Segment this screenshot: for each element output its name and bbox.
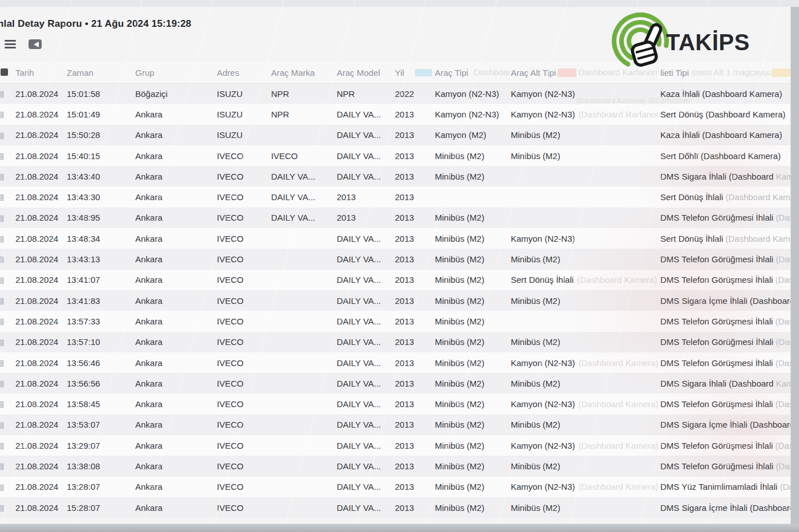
cell-arac-model: DAILY VA... — [337, 109, 395, 119]
ileti-tipi-light-text: (Dashboard Kamera) — [773, 441, 790, 450]
col-zaman: Zaman — [67, 68, 135, 78]
ileti-tipi-value: DMS Telefon Görüşmesi İhlali — [660, 316, 773, 326]
cell-yil: 2013 — [395, 420, 435, 429]
alt-tipi-value: Kamyon (N2-N3) — [511, 89, 575, 99]
cell-arac-alt-tipi: Minibüs (M2) — [511, 337, 660, 347]
alt-tipi-value: Minibüs (M2) — [511, 461, 560, 471]
document-icon: ▤ — [0, 441, 5, 449]
cell-grup: Ankara — [135, 275, 217, 285]
document-icon: ▤ — [0, 110, 5, 118]
document-icon: ▤ — [0, 400, 5, 408]
cell-grup: Ankara — [135, 337, 217, 347]
document-icon: ▤ — [0, 214, 5, 222]
cell-grup: Ankara — [135, 151, 217, 161]
cell-arac-alt-tipi: Minibüs (M2) — [511, 296, 660, 306]
cell-zaman: 13:43:13 — [67, 254, 135, 264]
cell-ileti-tipi: Kaza İhlali (Dashboard Kamera) — [660, 130, 790, 140]
cell-zaman: 13:29:07 — [67, 441, 135, 450]
cell-zaman: 15:50:28 — [67, 130, 135, 140]
cell-zaman: 13:41:83 — [67, 296, 135, 306]
cell-adres: ISUZU — [217, 130, 271, 140]
alt-tipi-ghost-text — [560, 130, 564, 140]
table-row[interactable]: ▤ 21.08.2024 13:56:46 Ankara IVECO DAILY… — [0, 352, 790, 373]
cell-arac-alt-tipi: Minibüs (M2) — [511, 503, 660, 513]
cell-grup: Ankara — [135, 192, 217, 202]
alt-tipi-ghost-text — [560, 420, 564, 429]
document-icon: ▤ — [0, 131, 5, 139]
select-all-checkbox[interactable] — [1, 68, 8, 76]
table-row[interactable]: ▤ 21.08.2024 13:58:45 Ankara IVECO DAILY… — [0, 393, 790, 414]
table-row[interactable]: ▤ 21.08.2024 15:40:15 Ankara IVECO IVECO… — [0, 145, 790, 166]
cell-arac-alt-tipi: Minibüs (M2) — [511, 420, 660, 429]
table-row[interactable]: ▤ 21.08.2024 13:43:40 Ankara IVECO DAILY… — [0, 166, 790, 186]
table-row[interactable]: ▤ 21.08.2024 13:57:10 Ankara IVECO DAILY… — [0, 332, 790, 352]
table-row[interactable]: ▤ 21.08.2024 15:01:49 Ankara ISUZU NPR D… — [0, 104, 790, 124]
row-icon-cell: ▤ — [0, 415, 15, 435]
row-icon-cell: ▤ — [0, 145, 15, 166]
cell-arac-alt-tipi: Kamyon (N2-N3)(Dashboard Kamera) — [511, 441, 660, 450]
cell-arac-alt-tipi: Kamyon (N2-N3) — [511, 234, 660, 243]
table-row[interactable]: ▤ 21.08.2024 13:29:07 Ankara IVECO DAILY… — [0, 435, 790, 456]
alt-tipi-value: Minibüs (M2) — [511, 337, 560, 347]
cell-arac-model: DAILY VA... — [337, 503, 395, 513]
cell-arac-tipi: Minibüs (M2) — [435, 482, 511, 492]
table-row[interactable]: ▤ 21.08.2024 13:43:30 Ankara IVECO DAILY… — [0, 186, 790, 207]
cell-tarih: 21.08.2024 — [15, 441, 67, 450]
cell-arac-model: DAILY VA... — [337, 337, 395, 347]
menu-icon[interactable] — [5, 40, 16, 48]
cell-arac-model: DAILY VA... — [337, 234, 395, 243]
cell-zaman: 13:48:34 — [67, 234, 135, 243]
col-adres: Adres — [217, 68, 271, 78]
cell-ileti-tipi: DMS Yüz Tanimlimamladi İhlali (Das — [660, 482, 790, 492]
ileti-tipi-light-text: (Dashboard Kamera) — [773, 461, 790, 471]
cell-zaman: 13:43:40 — [67, 172, 135, 181]
cell-adres: IVECO — [217, 172, 271, 181]
ileti-tipi-value: DMS Telefon Görüşmesi İhlali — [660, 275, 773, 285]
cell-yil: 2013 — [395, 296, 435, 306]
table-row[interactable]: ▤ 21.08.2024 15:50:28 Ankara ISUZU DAILY… — [0, 125, 790, 145]
cell-yil: 2013 — [395, 109, 435, 119]
cell-grup: Ankara — [135, 172, 217, 181]
cell-arac-tipi: Minibüs (M2) — [435, 461, 511, 471]
document-icon: ▤ — [0, 276, 5, 284]
table-row[interactable]: ▤ 21.08.2024 13:53:07 Ankara IVECO DAILY… — [0, 415, 790, 435]
table-row[interactable]: ▤ 21.08.2024 13:43:13 Ankara IVECO DAILY… — [0, 249, 790, 269]
alt-tipi-ghost-text: (Dashboard Kamera) — [575, 482, 659, 492]
ileti-tipi-value: Sert Dönüş İhlali — [660, 192, 723, 202]
table-row[interactable]: ▤ 21.08.2024 13:48:95 Ankara IVECO DAILY… — [0, 208, 790, 228]
table-row[interactable]: ▤ 21.08.2024 13:38:08 Ankara IVECO DAILY… — [0, 456, 790, 476]
cell-ileti-tipi: DMS Sigara İhlali (Dashboard Kamera) — [660, 172, 790, 181]
table-row[interactable]: ▤ 21.08.2024 13:48:34 Ankara IVECO DAILY… — [0, 228, 790, 249]
alt-tipi-value: Kamyon (N2-N3) — [511, 482, 575, 492]
table-row[interactable]: ▤ 21.08.2024 13:57:33 Ankara IVECO DAILY… — [0, 311, 790, 331]
row-icon-cell: ▤ — [0, 373, 15, 393]
ileti-tipi-value: Sert Dőhlï (Dashboard Kamera) — [660, 151, 781, 161]
cell-yil: 2022 — [395, 89, 435, 99]
row-icon-cell: ▤ — [0, 290, 15, 311]
cell-grup: Ankara — [135, 234, 217, 243]
cell-zaman: 13:38:08 — [67, 461, 135, 471]
cell-tarih: 21.08.2024 — [15, 358, 67, 368]
document-icon: ▤ — [0, 255, 5, 263]
cell-adres: IVECO — [217, 275, 271, 285]
table-row[interactable]: ▤ 21.08.2024 15:28:07 Ankara IVECO DAILY… — [0, 497, 790, 518]
document-icon: ▤ — [0, 193, 5, 201]
alt-tipi-ghost-text — [560, 379, 564, 388]
image-export-icon[interactable] — [29, 39, 42, 49]
cell-tarih: 21.08.2024 — [15, 482, 67, 492]
cell-adres: IVECO — [217, 399, 271, 409]
table-row[interactable]: ▤ 21.08.2024 13:41:83 Ankara IVECO DAILY… — [0, 290, 790, 311]
cell-zaman: 15:40:15 — [67, 151, 135, 161]
ileti-tipi-light-text: (Dashboard Kamera) — [723, 234, 790, 243]
cell-tarih: 21.08.2024 — [15, 316, 67, 326]
alt-tipi-value: Minibüs (M2) — [511, 151, 560, 161]
row-icon-cell: ▤ — [0, 332, 15, 352]
table-row[interactable]: ▤ 21.08.2024 13:41:07 Ankara IVECO DAILY… — [0, 270, 790, 290]
ileti-tipi-value: DMS Yüz Tanimlimamladi İhlali — [660, 482, 777, 492]
cell-zaman: 15:01:58 — [67, 89, 135, 99]
cell-tarih: 21.08.2024 — [15, 420, 67, 429]
table-row[interactable]: ▤ 21.08.2024 13:28:07 Ankara IVECO DAILY… — [0, 477, 790, 497]
legend-chip-yellow — [772, 68, 791, 77]
alt-tipi-ghost-text — [560, 337, 564, 347]
table-row[interactable]: ▤ 21.08.2024 13:56:56 Ankara IVECO DAILY… — [0, 373, 790, 393]
